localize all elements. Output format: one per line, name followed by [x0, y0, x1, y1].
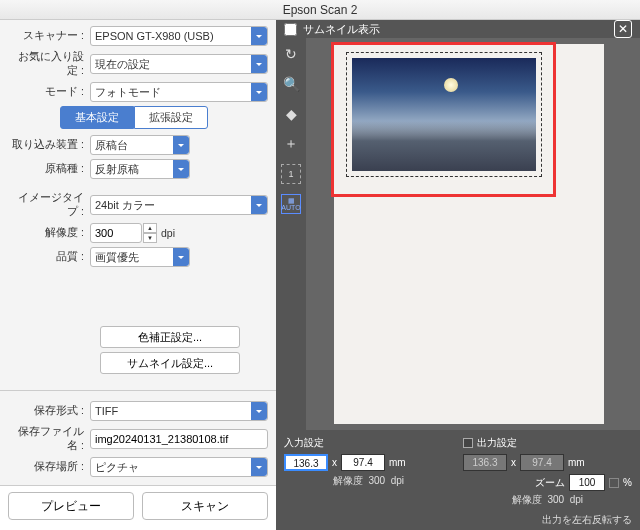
- imgtype-label: イメージタイプ :: [8, 191, 90, 219]
- quality-label: 品質 :: [8, 250, 90, 264]
- format-label: 保存形式 :: [8, 404, 90, 418]
- filename-label: 保存ファイル名 :: [8, 425, 90, 453]
- chevron-down-icon: [251, 196, 267, 214]
- preview-panel: サムネイル表示 ✕ ↻ 🔍 ◆ ＋ 1 ▦AUTO: [276, 20, 640, 530]
- tab-advanced[interactable]: 拡張設定: [134, 106, 208, 129]
- quality-select[interactable]: 画質優先: [90, 247, 190, 267]
- chevron-down-icon: [251, 83, 267, 101]
- resolution-input[interactable]: [90, 223, 142, 243]
- preview-button[interactable]: プレビュー: [8, 492, 134, 520]
- output-height: 97.4: [520, 454, 564, 471]
- source-select[interactable]: 原稿台: [90, 135, 190, 155]
- savefolder-select[interactable]: ピクチャ: [90, 457, 268, 477]
- chevron-down-icon: [173, 160, 189, 178]
- scan-button[interactable]: スキャン: [142, 492, 268, 520]
- chevron-down-icon: [251, 27, 267, 45]
- doctype-label: 原稿種 :: [8, 162, 90, 176]
- preview-footer: 入力設定 136.3 x 97.4 mm 解像度 300 dpi 出力設定 13…: [276, 430, 640, 530]
- preview-toolbar: ↻ 🔍 ◆ ＋ 1 ▦AUTO: [276, 38, 306, 430]
- format-select[interactable]: TIFF: [90, 401, 268, 421]
- output-settings-label: 出力設定: [477, 436, 517, 450]
- scanner-label: スキャナー :: [8, 29, 90, 43]
- savefolder-label: 保存場所 :: [8, 460, 90, 474]
- main-content: スキャナー : EPSON GT-X980 (USB) お気に入り設定 : 現在…: [0, 20, 640, 530]
- chevron-down-icon: [251, 402, 267, 420]
- preview-area[interactable]: [306, 38, 640, 430]
- zoom-input[interactable]: 100: [569, 474, 605, 491]
- input-height[interactable]: 97.4: [341, 454, 385, 471]
- source-label: 取り込み装置 :: [8, 138, 90, 152]
- imgtype-select[interactable]: 24bit カラー: [90, 195, 268, 215]
- settings-panel: スキャナー : EPSON GT-X980 (USB) お気に入り設定 : 現在…: [0, 20, 276, 530]
- title-bar: Epson Scan 2: [0, 0, 640, 20]
- flip-label: 出力を左右反転する: [542, 513, 632, 527]
- thumbnail-view-label: サムネイル表示: [303, 22, 380, 37]
- chevron-down-icon: [251, 458, 267, 476]
- chevron-down-icon: [173, 248, 189, 266]
- mode-select[interactable]: フォトモード: [90, 82, 268, 102]
- frame-icon[interactable]: 1: [281, 164, 301, 184]
- doctype-select[interactable]: 反射原稿: [90, 159, 190, 179]
- scanner-select[interactable]: EPSON GT-X980 (USB): [90, 26, 268, 46]
- app-title: Epson Scan 2: [283, 3, 358, 17]
- color-correction-button[interactable]: 色補正設定...: [100, 326, 240, 348]
- scan-page: [334, 44, 604, 424]
- thumbnail-view-checkbox[interactable]: [284, 23, 297, 36]
- auto-icon[interactable]: ▦AUTO: [281, 194, 301, 214]
- preview-image: [352, 58, 536, 171]
- rotate-icon[interactable]: ↻: [281, 44, 301, 64]
- mode-label: モード :: [8, 85, 90, 99]
- eyedropper-icon[interactable]: ◆: [281, 104, 301, 124]
- input-width[interactable]: 136.3: [284, 454, 328, 471]
- input-settings-label: 入力設定: [284, 436, 324, 450]
- resolution-label: 解像度 :: [8, 226, 90, 240]
- tab-basic[interactable]: 基本設定: [60, 106, 134, 129]
- dpi-unit: dpi: [161, 227, 175, 239]
- favorite-label: お気に入り設定 :: [8, 50, 90, 78]
- lock-icon[interactable]: [609, 478, 619, 488]
- resolution-stepper[interactable]: ▲▼: [143, 223, 157, 243]
- add-icon[interactable]: ＋: [281, 134, 301, 154]
- chevron-down-icon: [173, 136, 189, 154]
- output-settings-checkbox[interactable]: [463, 438, 473, 448]
- close-button[interactable]: ✕: [614, 20, 632, 38]
- zoom-icon[interactable]: 🔍: [281, 74, 301, 94]
- filename-input[interactable]: [90, 429, 268, 449]
- chevron-down-icon: [251, 55, 267, 73]
- thumbnail-settings-button[interactable]: サムネイル設定...: [100, 352, 240, 374]
- favorite-select[interactable]: 現在の設定: [90, 54, 268, 74]
- divider: [0, 390, 276, 391]
- output-width: 136.3: [463, 454, 507, 471]
